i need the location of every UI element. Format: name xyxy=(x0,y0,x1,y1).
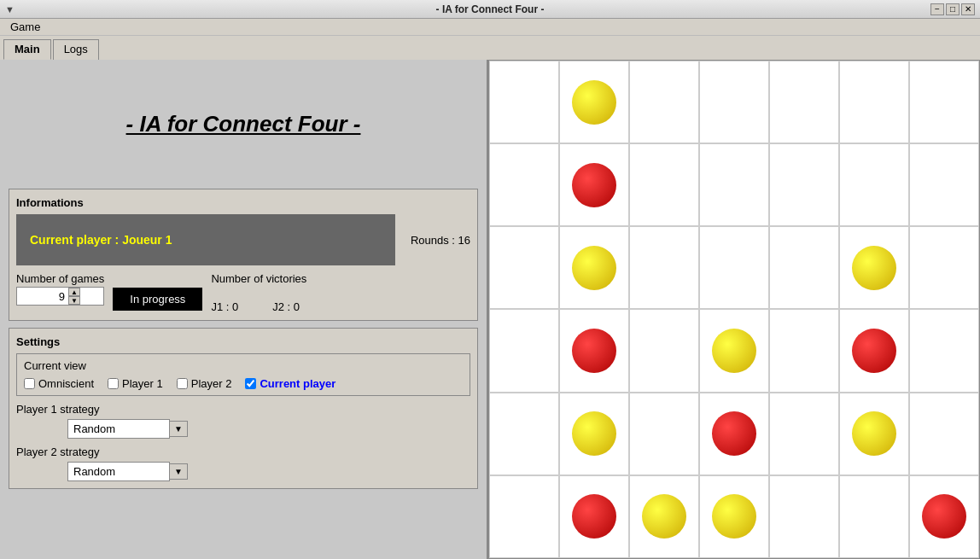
cell-1-4[interactable] xyxy=(769,143,839,226)
checkbox-row: Omniscient Player 1 Player 2 Current pla… xyxy=(24,377,463,390)
cell-0-2[interactable] xyxy=(629,61,699,143)
tab-main[interactable]: Main xyxy=(3,39,51,60)
piece-5-3 xyxy=(712,494,756,539)
piece-3-3 xyxy=(712,329,756,373)
info-section-title: Informations xyxy=(16,196,470,209)
minimize-button[interactable]: − xyxy=(930,3,944,15)
player2-dropdown-arrow[interactable]: ▼ xyxy=(170,463,188,480)
spinner-input: ▲ ▼ xyxy=(16,287,104,306)
cell-2-1[interactable] xyxy=(559,226,629,309)
player1-dropdown-arrow[interactable]: ▼ xyxy=(170,421,188,437)
tab-bar: Main Logs xyxy=(0,36,980,60)
window-controls: − □ ✕ xyxy=(930,3,975,15)
cell-4-1[interactable] xyxy=(559,393,629,475)
cell-1-0[interactable] xyxy=(489,143,559,226)
player2-strategy-dropdown: Random Minimax Alpha-Beta ▼ xyxy=(67,462,470,481)
cell-3-5[interactable] xyxy=(839,309,909,392)
checkbox-player2-input[interactable] xyxy=(177,378,188,389)
maximize-button[interactable]: □ xyxy=(946,3,960,15)
tab-logs[interactable]: Logs xyxy=(53,39,99,60)
player1-strategy-label: Player 1 strategy xyxy=(16,403,470,416)
cell-4-0[interactable] xyxy=(489,393,559,475)
cell-1-2[interactable] xyxy=(629,143,699,226)
player1-strategy-select[interactable]: Random Minimax Alpha-Beta xyxy=(67,419,170,439)
player2-strategy-section: Player 2 strategy Random Minimax Alpha-B… xyxy=(16,445,470,481)
cell-4-2[interactable] xyxy=(629,393,699,475)
cell-1-6[interactable] xyxy=(909,143,979,226)
cell-5-5[interactable] xyxy=(839,475,909,558)
piece-4-1 xyxy=(572,411,616,456)
cell-3-3[interactable] xyxy=(699,309,769,392)
current-view: Current view Omniscient Player 1 Player … xyxy=(16,353,470,396)
victories-label: Number of victories xyxy=(211,272,306,285)
checkbox-current-player[interactable]: Current player xyxy=(245,377,335,390)
cell-4-6[interactable] xyxy=(909,393,979,475)
checkbox-player1[interactable]: Player 1 xyxy=(108,377,163,390)
game-board xyxy=(488,60,980,559)
cell-0-5[interactable] xyxy=(839,61,909,143)
checkbox-omniscient-input[interactable] xyxy=(24,378,35,389)
checkbox-player1-label: Player 1 xyxy=(122,377,163,390)
app-title: - IA for Connect Four - xyxy=(126,111,361,137)
piece-3-5 xyxy=(852,329,896,373)
cell-5-4[interactable] xyxy=(769,475,839,558)
checkbox-current-player-label: Current player xyxy=(260,377,335,390)
number-of-games: Number of games ▲ ▼ xyxy=(16,272,104,306)
cell-1-5[interactable] xyxy=(839,143,909,226)
games-value-input[interactable] xyxy=(17,288,68,305)
spinner-down[interactable]: ▼ xyxy=(68,296,80,305)
player2-strategy-label: Player 2 strategy xyxy=(16,445,470,458)
checkbox-player1-input[interactable] xyxy=(108,378,119,389)
cell-2-4[interactable] xyxy=(769,226,839,309)
cell-4-5[interactable] xyxy=(839,393,909,475)
rounds-box: Rounds : 16 xyxy=(404,214,470,265)
cell-3-0[interactable] xyxy=(489,309,559,392)
info-row: Current player : Joueur 1 Rounds : 16 xyxy=(16,214,470,265)
cell-4-4[interactable] xyxy=(769,393,839,475)
piece-5-6 xyxy=(922,494,966,539)
player2-strategy-select[interactable]: Random Minimax Alpha-Beta xyxy=(67,462,170,481)
cell-0-1[interactable] xyxy=(559,61,629,143)
current-view-title: Current view xyxy=(24,359,463,372)
cell-2-2[interactable] xyxy=(629,226,699,309)
cell-2-0[interactable] xyxy=(489,226,559,309)
left-panel: - IA for Connect Four - Informations Cur… xyxy=(0,60,488,559)
cell-5-0[interactable] xyxy=(489,475,559,558)
menu-game[interactable]: Game xyxy=(3,19,47,35)
close-button[interactable]: ✕ xyxy=(961,3,975,15)
checkbox-player2-label: Player 2 xyxy=(191,377,232,390)
player1-strategy-section: Player 1 strategy Random Minimax Alpha-B… xyxy=(16,403,470,439)
checkbox-current-player-input[interactable] xyxy=(245,378,256,389)
cell-5-1[interactable] xyxy=(559,475,629,558)
number-of-games-label: Number of games xyxy=(16,272,104,285)
cell-5-6[interactable] xyxy=(909,475,979,558)
settings-section: Settings Current view Omniscient Player … xyxy=(9,328,478,489)
victories-scores: J1 : 0 J2 : 0 xyxy=(211,300,306,313)
cell-3-4[interactable] xyxy=(769,309,839,392)
cell-0-6[interactable] xyxy=(909,61,979,143)
cell-0-0[interactable] xyxy=(489,61,559,143)
checkbox-omniscient[interactable]: Omniscient xyxy=(24,377,94,390)
spinner-up[interactable]: ▲ xyxy=(68,288,80,296)
piece-5-2 xyxy=(642,494,686,539)
cell-2-3[interactable] xyxy=(699,226,769,309)
cell-3-6[interactable] xyxy=(909,309,979,392)
cell-1-3[interactable] xyxy=(699,143,769,226)
title-bar-icon: ▼ xyxy=(5,4,15,15)
cell-2-5[interactable] xyxy=(839,226,909,309)
cell-0-3[interactable] xyxy=(699,61,769,143)
games-victories-row: Number of games ▲ ▼ In progress Number o… xyxy=(16,272,470,313)
settings-title: Settings xyxy=(16,335,470,348)
piece-2-5 xyxy=(852,246,896,290)
piece-2-1 xyxy=(572,246,616,290)
cell-0-4[interactable] xyxy=(769,61,839,143)
cell-4-3[interactable] xyxy=(699,393,769,475)
cell-5-2[interactable] xyxy=(629,475,699,558)
checkbox-player2[interactable]: Player 2 xyxy=(177,377,232,390)
cell-2-6[interactable] xyxy=(909,226,979,309)
cell-3-2[interactable] xyxy=(629,309,699,392)
cell-3-1[interactable] xyxy=(559,309,629,392)
checkbox-omniscient-label: Omniscient xyxy=(38,377,94,390)
cell-5-3[interactable] xyxy=(699,475,769,558)
cell-1-1[interactable] xyxy=(559,143,629,226)
